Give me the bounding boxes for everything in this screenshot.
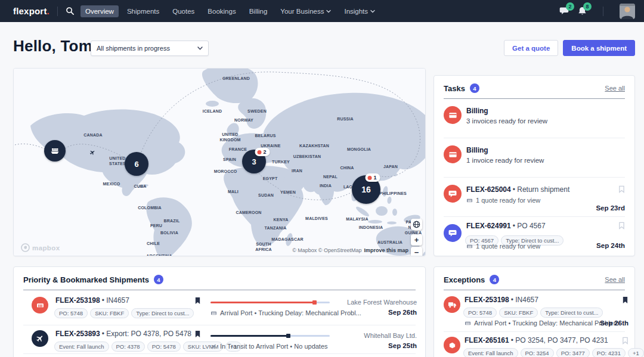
task-subtitle: 3 invoices ready for review (466, 117, 547, 125)
tag-pill: PO: 3254 (521, 348, 554, 357)
package-icon (444, 337, 460, 353)
task-item[interactable]: Billing 3 invoices ready for review (444, 99, 625, 138)
shipment-status: Arrival Port • Trucking Delay: Mechanica… (210, 309, 361, 316)
nav-item-shipments[interactable]: Shipments (122, 5, 164, 17)
nav-right: 2 8 (559, 4, 635, 19)
map-zoom-out-button[interactable]: − (411, 247, 422, 256)
header-divider (444, 290, 625, 290)
bookmark-filled-icon[interactable] (194, 297, 201, 305)
task-title: Billing (466, 146, 488, 154)
shipment-filter-value: All shipments in progress (97, 45, 170, 52)
shipment-date: Sep 26th (388, 309, 417, 316)
task-meta: 1 quote ready for view (466, 243, 540, 250)
map-zoom-in-button[interactable]: + (411, 234, 422, 246)
bookmark-filled-icon[interactable] (194, 330, 201, 338)
messages-icon[interactable]: 2 (559, 7, 569, 15)
shipment-status: In Transit to Arrival Port • No updates (210, 343, 328, 350)
exception-status: Arrival Port • Trucking Delay: Mechanica… (465, 319, 619, 327)
shipment-date: Sep 25th (388, 342, 417, 349)
tag-pill: PO: 4378 (112, 342, 145, 352)
tag-pill: PO: 5748 (463, 308, 497, 318)
tag-pill: SKU: FBKF (499, 308, 538, 318)
nav-item-quotes[interactable]: Quotes (168, 5, 199, 17)
map-alert-badge[interactable]: 2 (255, 148, 270, 156)
tag-pill: Event: Fall launch (54, 342, 109, 352)
attribution-text: © Mapbox © OpenStreetMap (292, 247, 361, 253)
header-divider (23, 290, 416, 290)
exception-row[interactable]: FLEX-265161• PO 3254, PO 3477, PO 4231 E… (434, 334, 636, 357)
terminal-icon (465, 320, 471, 326)
mapbox-icon (21, 243, 30, 252)
notifications-count-badge: 8 (583, 2, 592, 11)
exception-title: FLEX-265161• PO 3254, PO 3477, PO 4231 (465, 336, 608, 344)
alert-dot-icon (257, 150, 261, 154)
tasks-title: Tasks (444, 84, 465, 93)
priority-count-badge: 4 (154, 275, 163, 284)
map-alert-badge[interactable]: 1 (365, 173, 380, 182)
shipment-filter-select[interactable]: All shipments in progress (91, 41, 209, 56)
improve-map-link[interactable]: Improve this map (364, 247, 408, 253)
priority-title: Priority & Bookmarked Shipments (23, 275, 149, 284)
task-title: FLEX-624991• PO 4567 (466, 222, 546, 230)
header-actions: Get a quote Book a shipment (504, 40, 635, 56)
top-navigation: flexport. Overview Shipments Quotes Book… (0, 0, 644, 22)
user-avatar[interactable] (620, 4, 635, 19)
task-title: Billing (466, 107, 488, 115)
task-item[interactable]: FLEX-624991• PO 4567 PO: 4567Type: Direc… (444, 217, 625, 254)
map-cluster-marker[interactable]: 6 (125, 152, 148, 176)
exceptions-panel: Exceptions 4 See all FLEX-253198• IN4657… (434, 266, 635, 357)
nav-item-insights[interactable]: Insights (339, 5, 380, 17)
shipment-map-card[interactable]: GREENLANDICELANDSWEDENNORWAYRUSSIACANADA… (13, 68, 426, 256)
bookmark-icon[interactable] (618, 222, 625, 229)
billing-icon (444, 106, 462, 124)
notifications-icon[interactable]: 8 (578, 7, 587, 16)
tasks-count-badge: 4 (470, 83, 479, 93)
task-meta: 1 quote ready for view (466, 197, 540, 204)
tag-pill: Event: Fall launch (463, 348, 518, 357)
tasks-see-all-link[interactable]: See all (605, 85, 625, 92)
nav-item-billing[interactable]: Billing (244, 5, 273, 17)
chevron-down-icon (326, 10, 331, 13)
shipment-row[interactable]: FLEX-253198• IN4657 PO: 5748SKU: FBKFTyp… (14, 293, 426, 325)
tag-pill: +1 (628, 348, 644, 357)
shipment-progress-bar (210, 302, 330, 303)
task-item[interactable]: FLEX-625004• Return shipment 1 quote rea… (444, 178, 625, 216)
map-port-marker[interactable] (44, 140, 66, 162)
brand-text: flexport (13, 6, 47, 16)
main-nav: Overview Shipments Quotes Bookings Billi… (80, 5, 380, 17)
shipment-destination: Whitehall Bay Ltd. (364, 332, 417, 339)
mapbox-logo[interactable]: mapbox (21, 243, 60, 252)
search-icon[interactable] (66, 7, 75, 15)
tag-pill: PO: 4231 (592, 348, 626, 357)
tasks-header: Tasks 4 See all (434, 76, 634, 93)
shipment-title: FLEX-253893• Export: PO 4378, PO 5478 (55, 330, 191, 338)
bookmark-icon[interactable] (622, 337, 628, 344)
exception-title: FLEX-253198• IN4657 (465, 296, 538, 304)
exceptions-see-all-link[interactable]: See all (605, 276, 625, 283)
shipment-tags: PO: 5748SKU: FBKFType: Direct to cust... (54, 307, 196, 318)
tasks-panel: Tasks 4 See all Billing 3 invoices ready… (434, 75, 635, 256)
tag-pill: Type: Direct to cust... (131, 308, 194, 318)
bookmark-icon[interactable] (618, 185, 625, 193)
bookmark-filled-icon[interactable] (622, 296, 628, 304)
brand-dot: . (47, 6, 49, 16)
book-shipment-button[interactable]: Book a shipment (563, 40, 635, 56)
exception-date: Sep 26th (600, 319, 628, 327)
shipment-row[interactable]: FLEX-253893• Export: PO 4378, PO 5478 Ev… (14, 327, 426, 357)
task-item[interactable]: Billing 1 invoice ready for review (444, 138, 625, 177)
map-attribution: © Mapbox © OpenStreetMapImprove this map (292, 247, 408, 253)
exceptions-title: Exceptions (444, 275, 485, 284)
map-globe-button[interactable] (411, 219, 422, 230)
nav-item-bookings[interactable]: Bookings (203, 5, 240, 17)
nav-item-your-business[interactable]: Your Business (275, 5, 336, 17)
nav-divider (603, 7, 603, 16)
plane-icon (209, 342, 219, 351)
nav-item-overview[interactable]: Overview (80, 5, 119, 17)
exception-row[interactable]: FLEX-253198• IN4657 PO: 5748SKU: FBKFTyp… (434, 293, 636, 331)
get-quote-button[interactable]: Get a quote (504, 40, 558, 56)
nav-label: Your Business (280, 8, 324, 15)
task-date: Sep 24th (596, 242, 625, 249)
tag-pill: PO: 3477 (556, 348, 590, 357)
flexport-logo[interactable]: flexport. (13, 6, 49, 16)
exceptions-header: Exceptions 4 See all (434, 267, 634, 284)
